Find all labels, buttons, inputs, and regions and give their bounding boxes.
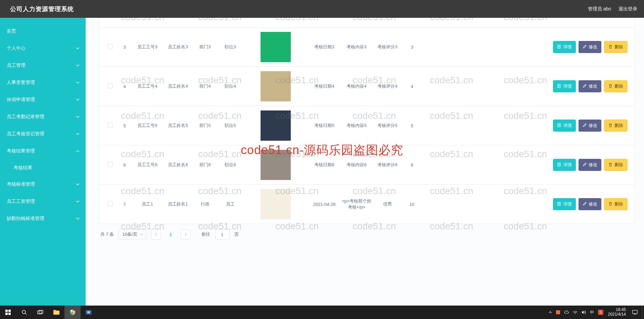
cell-content: 考核内容5 [341,121,372,130]
word-icon[interactable]: W [81,306,97,319]
cell-actions: 详情修改删除 [421,197,630,212]
results-table: 3员工工号3员工姓名3部门3职位3考核日期3考核内容3考核评分33详情修改删除4… [99,18,635,224]
detail-button[interactable]: 详情 [553,120,576,132]
sidebar: 首页个人中心员工管理人事变更管理休假申请管理员工考勤记录管理员工考核登记管理考核… [0,18,86,306]
row-checkbox[interactable] [103,82,117,91]
svg-rect-35 [556,310,560,314]
delete-button[interactable]: 删除 [604,198,628,210]
chevron-down-icon [76,133,80,135]
show-desktop-button[interactable] [642,306,644,319]
tray-chevron-up-icon[interactable] [549,311,552,313]
table-row: 4员工工号4员工姓名4部门4职位4考核日期4考核内容4考核评分44详情修改删除 [99,66,634,106]
detail-button[interactable]: 详情 [553,198,576,210]
sidebar-item-9[interactable]: 员工工资管理 [0,193,86,210]
svg-rect-27 [39,310,43,313]
page-size-label: 10条/页 [122,231,137,237]
delete-button[interactable]: 删除 [604,80,628,92]
svg-rect-38 [633,310,637,314]
edit-button[interactable]: 修改 [579,198,601,210]
cell-actions: 详情修改删除 [421,157,630,172]
sidebar-item-6[interactable]: 员工考核登记管理 [0,125,86,142]
pagination-next[interactable] [181,229,191,239]
trash-icon [608,123,612,128]
main-content: 3员工工号3员工姓名3部门3职位3考核日期3考核内容3考核评分33详情修改删除4… [86,18,644,306]
tray-wifi-icon[interactable] [573,311,578,314]
tray-ime-badge[interactable]: S [598,310,603,315]
svg-rect-26 [38,311,42,314]
delete-button[interactable]: 删除 [604,41,628,53]
logout-link[interactable]: 退出登录 [618,6,637,12]
cell-position: 职位3 [217,43,244,51]
pagination-goto-input[interactable] [215,229,230,239]
sidebar-item-1[interactable]: 个人中心 [0,40,86,57]
detail-button[interactable]: 详情 [553,159,576,171]
cell-content: 考核内容3 [341,43,372,51]
detail-button[interactable]: 详情 [553,80,576,92]
cell-index: 3 [117,43,132,51]
tray-ime-label[interactable]: 中 [590,310,594,315]
trash-icon [608,45,612,50]
edit-button[interactable]: 修改 [579,159,601,171]
sidebar-item-8[interactable]: 考核标准管理 [0,176,86,193]
svg-text:W: W [87,311,90,314]
edit-button[interactable]: 修改 [579,120,601,132]
row-checkbox[interactable] [103,121,117,130]
cell-date: 考核日期3 [308,43,341,51]
table-row: 7员工1员工姓名1行政员工2021-04-29<p>考核那个的考核</p>优秀1… [99,184,634,224]
cell-thumbnail [244,70,308,103]
row-checkbox[interactable] [103,200,117,209]
file-explorer-icon[interactable] [48,306,64,319]
document-icon [557,123,561,128]
start-button[interactable] [0,306,16,319]
current-user-label[interactable]: 管理员 abo [588,6,611,12]
cell-index: 6 [117,161,132,169]
document-icon [557,163,561,168]
sidebar-item-2[interactable]: 员工管理 [0,57,86,74]
sidebar-item-5[interactable]: 员工考勤记录管理 [0,108,86,125]
system-tray[interactable]: 中 S [546,310,608,315]
svg-text:S: S [599,310,602,314]
sidebar-item-10[interactable]: 缺勤扣钱标准管理 [0,210,86,227]
row-checkbox[interactable] [103,161,117,169]
tray-cloud-icon[interactable] [564,311,569,314]
sidebar-item-0[interactable]: 首页 [0,22,86,40]
delete-button[interactable]: 删除 [604,159,628,171]
trash-icon [608,84,612,89]
edit-icon [583,202,587,207]
cell-date: 考核日期5 [308,121,341,130]
row-checkbox[interactable] [103,43,117,51]
detail-button[interactable]: 详情 [553,41,576,53]
sidebar-item-3[interactable]: 人事变更管理 [0,74,86,91]
chevron-down-icon [76,81,80,84]
cell-thumbnail [244,109,308,142]
cell-score-label: 考核评分6 [372,161,403,169]
taskbar-clock[interactable]: 16:45 2021/4/14 [608,308,628,317]
edit-button[interactable]: 修改 [579,41,601,53]
edit-icon [583,123,587,128]
sidebar-subitem-7-0[interactable]: 考核结果 [0,160,86,176]
edit-button[interactable]: 修改 [579,80,601,92]
table-row: 3员工工号3员工姓名3部门3职位3考核日期3考核内容3考核评分33详情修改删除 [99,27,634,66]
topbar: 公司人力资源管理系统 管理员 abo 退出登录 [0,0,644,18]
pagination-prev[interactable] [151,229,161,239]
tray-app-icon[interactable] [556,310,560,314]
search-icon[interactable] [16,306,32,319]
pagination-goto-suffix: 页 [234,231,239,237]
sidebar-item-4[interactable]: 休假申请管理 [0,91,86,108]
sidebar-item-7[interactable]: 考核结果管理 [0,142,86,160]
tray-volume-icon[interactable] [582,310,586,314]
cell-dept: 部门6 [193,161,217,169]
pagination-total: 共 7 条 [100,231,114,237]
cell-index: 5 [117,122,132,130]
pagination-current[interactable]: 1 [166,229,176,239]
cell-actions: 详情修改删除 [421,79,630,94]
cell-emp-no: 员工1 [132,200,163,209]
cell-score-label: 考核评分5 [372,121,403,130]
cell-score: 6 [403,161,421,169]
task-view-icon[interactable] [32,306,48,319]
delete-button[interactable]: 删除 [604,120,628,132]
page-size-select[interactable]: 10条/页 [119,229,146,239]
notification-center-icon[interactable] [628,306,642,319]
chevron-down-icon [76,116,80,118]
chrome-icon[interactable] [64,306,81,319]
